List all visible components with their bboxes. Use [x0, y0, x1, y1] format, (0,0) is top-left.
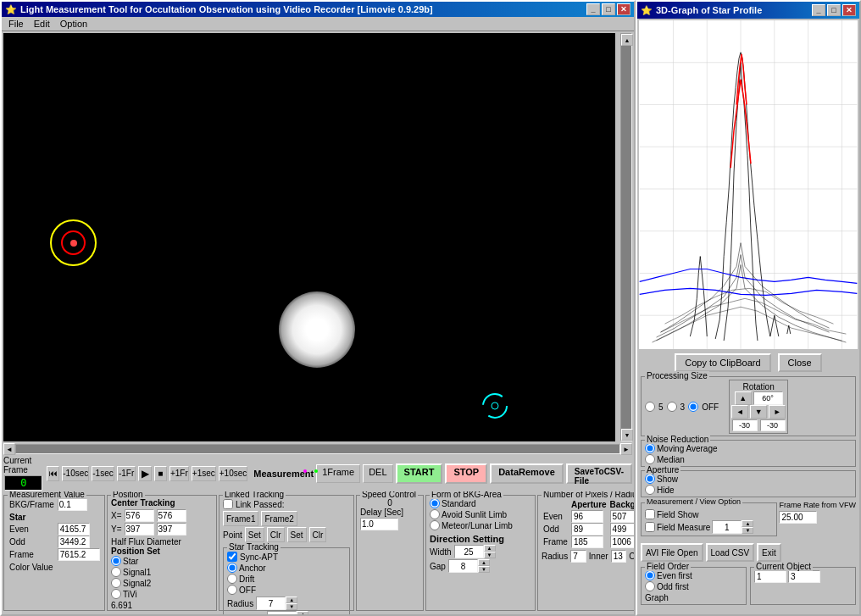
rot-up-btn[interactable]: ▲ — [735, 391, 752, 405]
field-show-checkbox[interactable] — [645, 509, 655, 519]
rotation-degree-input[interactable] — [753, 391, 783, 405]
clr2-linked-btn[interactable]: Clr — [309, 527, 327, 542]
even-bg-val: 507 — [610, 510, 634, 523]
radio-avoid-sunlit[interactable] — [430, 509, 440, 519]
aperture-col-label: Aperture — [569, 498, 608, 510]
clr-linked-btn[interactable]: Clr — [267, 527, 285, 542]
nav-fwd1fr[interactable]: +1Fr — [169, 466, 189, 481]
start-button[interactable]: START — [396, 463, 443, 484]
field-measure-checkbox[interactable] — [645, 522, 655, 532]
nav-back1sec[interactable]: -1sec — [92, 466, 114, 481]
proc-3-radio[interactable] — [667, 402, 677, 412]
link-checkbox[interactable] — [223, 499, 233, 509]
nav-fwd10[interactable]: +10sec — [219, 466, 248, 481]
x-input1[interactable] — [125, 509, 154, 522]
minimize-button[interactable]: _ — [586, 3, 600, 15]
close-graph-btn[interactable]: Close — [778, 353, 822, 372]
rot-down-btn[interactable]: ▼ — [750, 405, 767, 419]
tab-1frame[interactable]: 1Frame — [316, 464, 360, 483]
frame1-linked-btn[interactable]: Frame1 — [223, 511, 258, 526]
radius-down-btn[interactable]: ▼ — [286, 603, 297, 610]
threshold-up-btn[interactable]: ▲ — [297, 611, 308, 614]
radio-tivi[interactable] — [111, 589, 121, 599]
sync-apt-label: Sync-APT — [240, 552, 278, 562]
rotation-h-input[interactable] — [732, 419, 758, 431]
radio-signal1[interactable] — [111, 567, 121, 577]
drift-label: Drift — [239, 574, 254, 584]
graph-close-btn[interactable]: ✕ — [842, 4, 856, 16]
noise-moving-avg-radio[interactable] — [645, 443, 655, 453]
maximize-button[interactable]: □ — [602, 3, 615, 15]
sync-apt-checkbox[interactable] — [227, 552, 237, 562]
graph-minimize-btn[interactable]: _ — [812, 4, 825, 16]
field-measure-up-btn[interactable]: ▲ — [742, 520, 753, 527]
radio-off[interactable] — [227, 585, 237, 595]
radio-meteor-lunar[interactable] — [430, 520, 440, 530]
exit-btn[interactable]: Exit — [757, 543, 781, 562]
width-up-btn[interactable]: ▲ — [484, 545, 496, 552]
current-obj-val1: 1 — [754, 570, 786, 583]
nav-to-start[interactable]: ⏮ — [47, 466, 59, 481]
menu-option[interactable]: Option — [55, 18, 92, 30]
field-measure-input[interactable] — [712, 520, 742, 534]
threshold-input[interactable] — [267, 611, 297, 614]
field-measure-down-btn[interactable]: ▼ — [742, 527, 753, 534]
rot-left-btn[interactable]: ◄ — [731, 405, 748, 419]
radius-up-btn[interactable]: ▲ — [286, 597, 297, 603]
width-down-btn[interactable]: ▼ — [484, 552, 496, 558]
radio-drift[interactable] — [227, 574, 237, 584]
gap-input[interactable] — [448, 559, 478, 573]
menu-file[interactable]: File — [3, 18, 29, 30]
measurement-table: BKG/Frame Star Even 4165.7 Odd 3449.2 — [8, 498, 102, 573]
even-first-radio[interactable] — [645, 570, 655, 580]
stop-button[interactable]: STOP — [445, 463, 487, 484]
meteor-lunar-label: Meteor/Lunar Limb — [442, 521, 513, 530]
scroll-left-btn[interactable]: ◄ — [3, 443, 15, 455]
radio-standard[interactable] — [430, 498, 440, 508]
y-input2[interactable] — [157, 523, 186, 536]
rotation-v-input[interactable] — [760, 419, 786, 431]
tab-del[interactable]: DEL — [363, 464, 392, 483]
save-to-csv-button[interactable]: SaveToCSV-File — [566, 463, 632, 484]
graph-maximize-btn[interactable]: □ — [827, 4, 841, 16]
delay-input[interactable] — [360, 518, 398, 530]
data-remove-button[interactable]: DataRemove — [490, 463, 564, 484]
rot-right-btn[interactable]: ► — [769, 405, 786, 419]
noise-median-radio[interactable] — [645, 454, 655, 464]
copy-clipboard-btn[interactable]: Copy to ClipBoard — [675, 353, 770, 372]
radius-input[interactable] — [256, 597, 286, 610]
bkg-frame-input[interactable] — [58, 498, 87, 511]
gap-up-btn[interactable]: ▲ — [478, 559, 490, 566]
scroll-up-btn[interactable]: ▲ — [621, 34, 633, 46]
scroll-down-btn[interactable]: ▼ — [621, 429, 633, 441]
width-input[interactable] — [454, 545, 484, 558]
y-input1[interactable] — [125, 523, 154, 536]
radio-signal2[interactable] — [111, 578, 121, 588]
aperture-show-radio[interactable] — [645, 474, 655, 484]
main-window-icon: ⭐ — [5, 4, 17, 15]
x-input2[interactable] — [157, 509, 186, 522]
nav-back1fr[interactable]: -1Fr — [117, 466, 136, 481]
gap-down-btn[interactable]: ▼ — [478, 566, 490, 573]
load-csv-btn[interactable]: Load CSV — [706, 543, 755, 562]
frame2-linked-btn[interactable]: Frame2 — [261, 511, 297, 526]
set2-linked-btn[interactable]: Set — [287, 527, 307, 542]
proc-5-radio[interactable] — [645, 402, 655, 412]
nav-stop[interactable]: ■ — [154, 466, 167, 481]
proc-off-radio[interactable] — [688, 402, 698, 412]
nav-fwd1sec[interactable]: +1sec — [192, 466, 216, 481]
odd-first-radio[interactable] — [645, 581, 655, 591]
nav-play[interactable]: ▶ — [138, 466, 151, 481]
odd-value: 3449.2 — [58, 536, 90, 548]
avi-file-open-btn[interactable]: AVI File Open — [641, 543, 703, 562]
aperture-hide-radio[interactable] — [645, 485, 655, 495]
menu-edit[interactable]: Edit — [29, 18, 55, 30]
scroll-right-btn[interactable]: ► — [620, 443, 632, 455]
point-label: Point — [223, 530, 242, 540]
set-linked-btn[interactable]: Set — [245, 527, 264, 542]
field-order-label: Field Order — [645, 562, 691, 571]
close-button[interactable]: ✕ — [617, 3, 630, 15]
radio-star[interactable] — [111, 556, 121, 566]
radio-anchor[interactable] — [227, 563, 237, 573]
nav-back10[interactable]: -10sec — [62, 466, 89, 481]
